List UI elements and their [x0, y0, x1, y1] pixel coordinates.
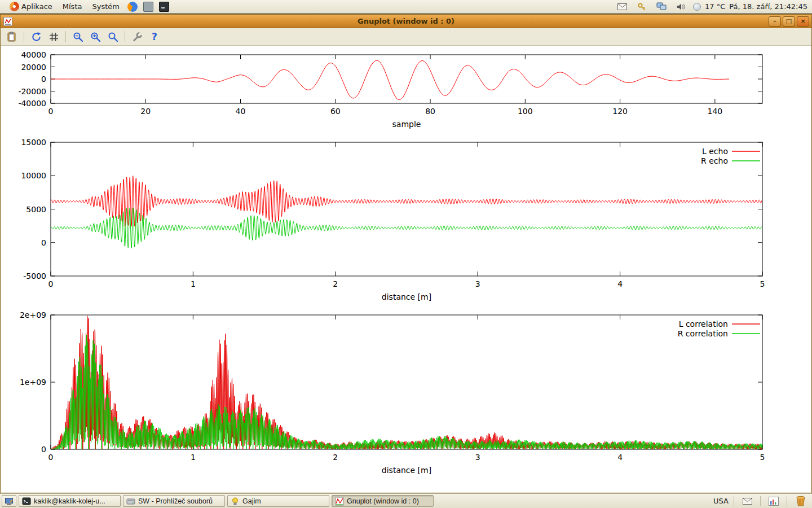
mail-notification-icon[interactable]: [617, 2, 627, 12]
svg-text:4: 4: [617, 453, 623, 462]
task-label: Gnuplot (window id : 0): [347, 497, 419, 505]
gnuplot-toolbar: ?: [1, 28, 811, 46]
ubuntu-logo-icon: [10, 2, 19, 11]
close-button[interactable]: ×: [797, 16, 809, 27]
svg-text:0: 0: [48, 107, 54, 116]
autoscale-icon[interactable]: [106, 30, 120, 43]
svg-text:2: 2: [333, 279, 338, 288]
applications-menu-label: Aplikace: [21, 2, 52, 11]
svg-text:2: 2: [333, 453, 338, 462]
places-menu[interactable]: Místa: [58, 0, 87, 13]
screenshot-launcher-icon[interactable]: [143, 2, 153, 12]
gajim-icon: [231, 497, 240, 506]
svg-text:5: 5: [760, 453, 765, 462]
applications-menu[interactable]: Aplikace: [2, 0, 58, 13]
svg-text:120: 120: [612, 107, 628, 116]
keyboard-layout-indicator[interactable]: USA: [713, 497, 729, 505]
plot-canvas-area[interactable]: 020406080100120140-40000-200000200004000…: [1, 46, 811, 492]
tray-separator: [787, 496, 787, 506]
svg-text:0: 0: [41, 238, 46, 247]
weather-icon[interactable]: [693, 3, 701, 11]
svg-text:1: 1: [191, 453, 196, 462]
svg-text:-40000: -40000: [18, 99, 46, 108]
gnuplot-plots[interactable]: 020406080100120140-40000-200000200004000…: [1, 46, 811, 492]
svg-text:5000: 5000: [26, 205, 46, 214]
svg-text:R echo: R echo: [701, 156, 728, 165]
displays-icon[interactable]: [656, 2, 667, 12]
terminal-glyph: [161, 4, 167, 10]
zoom-next-icon[interactable]: [89, 30, 102, 43]
window-title: Gnuplot (window id : 0): [1, 17, 811, 25]
svg-text:0: 0: [41, 75, 46, 84]
system-menu-label: Systém: [92, 2, 119, 11]
svg-text:L correlation: L correlation: [679, 319, 728, 329]
svg-text:1: 1: [191, 279, 196, 288]
svg-text:100: 100: [518, 107, 533, 116]
svg-text:-20000: -20000: [18, 87, 46, 96]
tray-separator: [760, 496, 761, 506]
tray-separator: [734, 496, 734, 506]
task-label: SW - Prohlížeč souborů: [138, 497, 213, 505]
svg-text:10000: 10000: [21, 171, 46, 180]
toolbar-separator: [125, 31, 125, 42]
config-icon[interactable]: [130, 30, 144, 43]
replot-icon[interactable]: [29, 30, 43, 43]
file-manager-icon: [126, 497, 135, 506]
firefox-launcher-icon[interactable]: [127, 2, 138, 12]
svg-text:0: 0: [41, 445, 46, 454]
svg-text:0: 0: [48, 453, 54, 462]
task-label: kaklik@kaklik-kolej-u...: [34, 497, 105, 505]
volume-icon[interactable]: [676, 2, 686, 12]
taskbar-item-terminal[interactable]: kaklik@kaklik-kolej-u...: [19, 495, 121, 507]
svg-text:0: 0: [48, 279, 54, 288]
copy-to-clipboard-icon[interactable]: [5, 30, 19, 43]
svg-text:140: 140: [707, 107, 722, 116]
toolbar-separator: [65, 31, 66, 42]
svg-text:20: 20: [140, 107, 151, 116]
taskbar-item-gajim[interactable]: Gajim: [227, 495, 329, 507]
trash-applet[interactable]: [792, 494, 809, 508]
terminal-launcher-icon[interactable]: [159, 2, 169, 12]
maximize-button[interactable]: □: [783, 16, 795, 27]
svg-text:L echo: L echo: [702, 147, 728, 156]
help-icon[interactable]: ?: [148, 30, 161, 43]
svg-text:4: 4: [617, 279, 623, 288]
zoom-previous-icon[interactable]: [71, 30, 85, 43]
svg-text:15000: 15000: [21, 138, 46, 147]
minimize-button[interactable]: –: [769, 16, 781, 27]
svg-text:40000: 40000: [21, 50, 46, 59]
gnuplot-icon: [335, 497, 344, 506]
taskbar-item-gnuplot[interactable]: Gnuplot (window id : 0): [332, 495, 434, 507]
svg-text:distance [m]: distance [m]: [382, 466, 431, 475]
svg-text:2e+09: 2e+09: [20, 310, 46, 319]
svg-text:1e+09: 1e+09: [20, 378, 46, 387]
svg-text:distance [m]: distance [m]: [382, 292, 431, 301]
svg-text:3: 3: [475, 453, 480, 462]
svg-text:5: 5: [760, 279, 765, 288]
clock-applet[interactable]: Pá, 18. září, 21:42:45: [729, 2, 807, 11]
svg-text:sample: sample: [392, 120, 421, 129]
svg-text:40: 40: [236, 107, 246, 116]
terminal-icon: [22, 497, 31, 506]
svg-text:-5000: -5000: [23, 271, 46, 281]
taskbar-item-file-manager[interactable]: SW - Prohlížeč souborů: [123, 495, 225, 507]
tray-mail-icon[interactable]: [742, 496, 752, 506]
gnome-top-panel: Aplikace Místa Systém 17 °C Pá, 18. září…: [0, 0, 812, 14]
svg-text:80: 80: [425, 107, 435, 116]
task-label: Gajim: [242, 497, 261, 505]
system-monitor-applet-icon[interactable]: [769, 496, 779, 506]
gnuplot-window: Gnuplot (window id : 0) – □ ×: [0, 14, 812, 493]
temperature-applet[interactable]: 17 °C: [705, 2, 725, 11]
window-titlebar[interactable]: Gnuplot (window id : 0) – □ ×: [1, 15, 811, 28]
keyring-icon[interactable]: [637, 2, 647, 12]
svg-text:R correlation: R correlation: [678, 329, 728, 338]
toolbar-separator: [24, 31, 24, 42]
places-menu-label: Místa: [63, 2, 82, 11]
show-desktop-button[interactable]: [2, 495, 16, 507]
bottom-taskbar: kaklik@kaklik-kolej-u... SW - Prohlížeč …: [0, 493, 812, 508]
grid-toggle-icon[interactable]: [47, 30, 60, 43]
svg-text:20000: 20000: [21, 63, 46, 72]
svg-text:60: 60: [330, 107, 341, 116]
system-menu[interactable]: Systém: [87, 0, 124, 13]
svg-text:3: 3: [475, 279, 480, 288]
